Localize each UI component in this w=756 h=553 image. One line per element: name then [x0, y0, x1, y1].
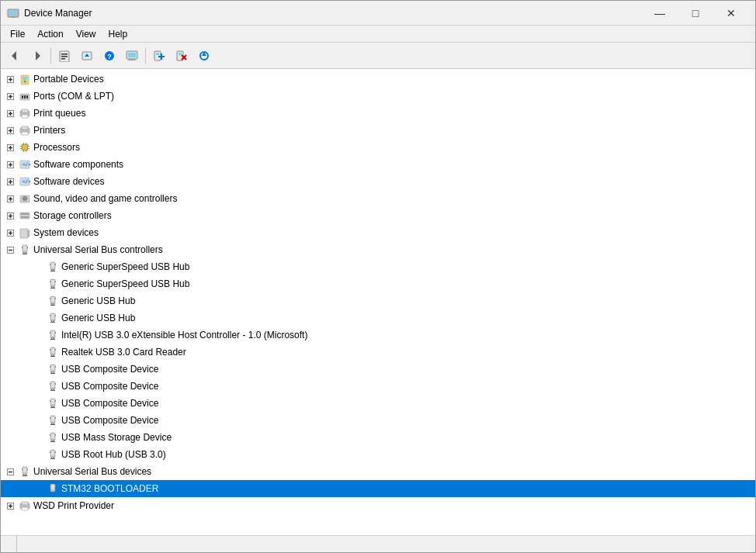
node-icon-system — [19, 226, 31, 239]
node-text-8: Sound, video and game controllers — [33, 193, 177, 204]
scan-button[interactable] — [193, 45, 215, 67]
svg-rect-210 — [22, 507, 28, 510]
svg-rect-162 — [51, 399, 54, 404]
tree-node-21[interactable]: USB Composite Device — [1, 412, 755, 429]
tree-node-1[interactable]: Portable Devices — [1, 71, 755, 88]
menu-view[interactable]: View — [70, 27, 102, 41]
tree-node-7[interactable]: </> Software devices — [1, 173, 755, 190]
expand-btn-11[interactable] — [4, 244, 16, 256]
tree-node-26[interactable]: WSD Print Provider — [1, 497, 755, 514]
svg-rect-166 — [50, 400, 50, 402]
tree-view[interactable]: Portable Devices Ports (COM & LPT) Print… — [1, 69, 755, 535]
svg-rect-57 — [20, 146, 22, 147]
node-icon-print — [19, 107, 31, 119]
svg-rect-44 — [22, 109, 28, 112]
help-button[interactable]: ? — [99, 45, 120, 67]
node-icon-software-dev: </> — [19, 175, 31, 188]
node-icon-storage — [19, 209, 31, 222]
expand-btn-6[interactable] — [4, 158, 16, 171]
svg-rect-22 — [179, 53, 182, 55]
expand-btn-24[interactable] — [4, 465, 16, 478]
tree-node-2[interactable]: Ports (COM & LPT) — [1, 88, 755, 105]
svg-rect-167 — [55, 400, 56, 402]
tree-node-23[interactable]: USB Root Hub (USB 3.0) — [1, 446, 755, 463]
svg-rect-172 — [50, 424, 55, 425]
node-icon-usb-device — [47, 329, 59, 341]
svg-rect-148 — [51, 365, 54, 370]
expand-btn-1[interactable] — [4, 73, 16, 85]
svg-rect-158 — [50, 390, 55, 391]
expand-btn-5[interactable] — [4, 141, 16, 154]
tree-node-12[interactable]: Generic SuperSpeed USB Hub — [1, 258, 755, 275]
tree-node-19[interactable]: USB Composite Device — [1, 378, 755, 395]
tree-node-24[interactable]: Universal Serial Bus devices — [1, 463, 755, 480]
svg-rect-106 — [51, 263, 54, 268]
forward-button[interactable] — [26, 45, 48, 67]
toolbar: ? — [1, 43, 755, 69]
menu-action[interactable]: Action — [31, 27, 69, 41]
tree-node-9[interactable]: Storage controllers — [1, 207, 755, 224]
svg-rect-153 — [55, 366, 56, 368]
svg-rect-14 — [128, 53, 136, 57]
expand-btn-2[interactable] — [4, 90, 16, 102]
tree-node-5[interactable]: Processors — [1, 139, 755, 156]
tree-node-22[interactable]: USB Mass Storage Device — [1, 429, 755, 446]
close-button[interactable]: ✕ — [713, 1, 749, 26]
menu-help[interactable]: Help — [102, 27, 134, 41]
svg-rect-7 — [61, 56, 68, 57]
expand-btn-7[interactable] — [4, 175, 16, 188]
expand-btn-3[interactable] — [4, 107, 16, 119]
tree-node-3[interactable]: Print queues — [1, 105, 755, 122]
node-text-14: Generic USB Hub — [61, 296, 135, 306]
tree-node-6[interactable]: </> Software components — [1, 156, 755, 173]
window-controls: — □ ✕ — [642, 1, 749, 26]
node-text-13: Generic SuperSpeed USB Hub — [61, 278, 189, 289]
tree-node-18[interactable]: USB Composite Device — [1, 361, 755, 378]
properties-button[interactable] — [54, 45, 75, 67]
svg-rect-195 — [23, 475, 27, 476]
update-driver-button[interactable] — [76, 45, 98, 67]
tree-node-4[interactable]: Printers — [1, 122, 755, 139]
tree-node-8[interactable]: Sound, video and game controllers — [1, 190, 755, 207]
svg-rect-39 — [26, 95, 28, 99]
add-legacy-button[interactable] — [148, 45, 170, 67]
expand-btn-8[interactable] — [4, 192, 16, 205]
node-icon-usb — [19, 244, 31, 256]
node-text-6: Software components — [33, 159, 123, 170]
node-icon-software: </> — [19, 158, 31, 171]
svg-rect-60 — [28, 148, 29, 149]
tree-node-10[interactable]: System devices — [1, 224, 755, 241]
expand-btn-26[interactable] — [4, 499, 16, 512]
node-icon-usb-device — [47, 414, 59, 427]
svg-rect-159 — [50, 383, 50, 385]
node-icon-usb-device — [47, 482, 59, 495]
expand-btn-4[interactable] — [4, 124, 16, 137]
svg-rect-102 — [23, 254, 27, 254]
svg-rect-131 — [50, 315, 50, 316]
tree-node-25[interactable]: STM32 BOOTLOADER — [1, 480, 755, 497]
svg-point-84 — [24, 198, 26, 200]
menu-file[interactable]: File — [4, 27, 31, 41]
svg-rect-56 — [23, 145, 27, 150]
tree-node-14[interactable]: Generic USB Hub — [1, 292, 755, 309]
expand-btn-10[interactable] — [4, 226, 16, 239]
node-text-21: USB Composite Device — [61, 415, 158, 426]
svg-rect-146 — [55, 349, 56, 351]
tree-node-15[interactable]: Generic USB Hub — [1, 309, 755, 327]
window-title: Device Manager — [24, 8, 642, 19]
uninstall-button[interactable] — [171, 45, 192, 67]
tree-node-17[interactable]: Realtek USB 3.0 Card Reader — [1, 344, 755, 361]
svg-rect-134 — [51, 331, 54, 336]
svg-rect-90 — [21, 216, 29, 218]
minimize-button[interactable]: — — [642, 1, 678, 26]
tree-node-20[interactable]: USB Composite Device — [1, 395, 755, 412]
svg-rect-123 — [50, 305, 55, 306]
expand-btn-9[interactable] — [4, 209, 16, 222]
svg-rect-62 — [26, 143, 26, 144]
maximize-button[interactable]: □ — [678, 1, 713, 26]
tree-node-16[interactable]: Intel(R) USB 3.0 eXtensible Host Control… — [1, 327, 755, 344]
computer-button[interactable] — [121, 45, 143, 67]
tree-node-13[interactable]: Generic SuperSpeed USB Hub — [1, 275, 755, 292]
tree-node-11[interactable]: Universal Serial Bus controllers — [1, 241, 755, 258]
back-button[interactable] — [4, 45, 26, 67]
